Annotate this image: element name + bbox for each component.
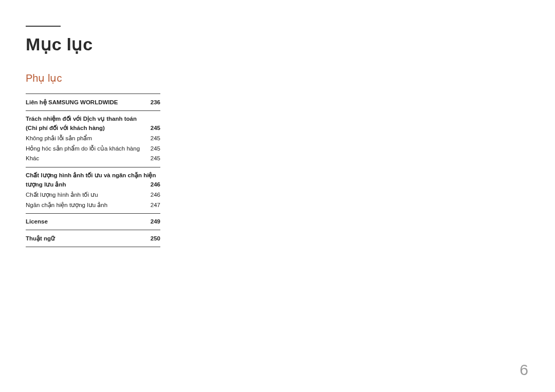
toc-page: 245 bbox=[147, 144, 160, 153]
toc-page: 245 bbox=[147, 134, 160, 143]
divider bbox=[26, 247, 160, 247]
toc-entry-liability-line2[interactable]: (Chi phí đối với khách hàng) 245 bbox=[26, 123, 160, 134]
toc-page: 246 bbox=[147, 180, 160, 189]
toc-page: 250 bbox=[147, 234, 160, 243]
toc-entry-glossary[interactable]: Thuật ngữ 250 bbox=[26, 233, 160, 244]
toc-page: 236 bbox=[147, 98, 160, 107]
toc-label: Khác bbox=[26, 154, 147, 163]
page-title: Mục lục bbox=[26, 34, 529, 54]
toc-label: (Chi phí đối với khách hàng) bbox=[26, 124, 147, 133]
toc-entry-picture-quality[interactable]: Chất lượng hình ảnh tối ưu 246 bbox=[26, 190, 160, 200]
toc-entry-not-product-fault[interactable]: Không phải lỗi sản phẩm 245 bbox=[26, 134, 160, 144]
toc-entry-license[interactable]: License 249 bbox=[26, 217, 160, 227]
toc-label: License bbox=[26, 217, 147, 226]
toc-page: 249 bbox=[147, 217, 160, 226]
toc-label: tượng lưu ảnh bbox=[26, 180, 147, 189]
page-number: 6 bbox=[520, 361, 528, 379]
divider bbox=[26, 110, 160, 111]
toc-page: 245 bbox=[147, 154, 160, 163]
toc-page: 246 bbox=[147, 191, 160, 199]
toc-label: Ngăn chặn hiện tượng lưu ảnh bbox=[26, 201, 147, 210]
toc-entry-other[interactable]: Khác 245 bbox=[26, 154, 160, 164]
toc-page: 245 bbox=[147, 124, 160, 133]
toc-label: Thuật ngữ bbox=[26, 234, 147, 243]
title-rule bbox=[26, 26, 61, 27]
divider bbox=[26, 94, 160, 94]
divider bbox=[26, 167, 160, 167]
toc-entry-customer-fault[interactable]: Hỏng hóc sản phẩm do lỗi của khách hàng … bbox=[26, 143, 160, 154]
section-title: Phụ lục bbox=[26, 72, 529, 84]
toc-label: Liên hệ SAMSUNG WORLDWIDE bbox=[26, 98, 147, 107]
toc-label: Hỏng hóc sản phẩm do lỗi của khách hàng bbox=[26, 144, 147, 153]
toc-label: Không phải lỗi sản phẩm bbox=[26, 134, 147, 143]
divider bbox=[26, 230, 160, 230]
toc-entry-liability-line1[interactable]: Trách nhiệm đối với Dịch vụ thanh toán bbox=[26, 114, 160, 123]
toc-entry-optimal-line1[interactable]: Chất lượng hình ảnh tối ưu và ngăn chặn … bbox=[26, 171, 160, 180]
toc-label: Chất lượng hình ảnh tối ưu bbox=[26, 191, 147, 199]
table-of-contents: Liên hệ SAMSUNG WORLDWIDE 236 Trách nhiệ… bbox=[26, 94, 160, 247]
divider bbox=[26, 213, 160, 214]
toc-entry-afterimage-prevention[interactable]: Ngăn chặn hiện tượng lưu ảnh 247 bbox=[26, 200, 160, 210]
toc-page: 247 bbox=[147, 201, 160, 210]
toc-entry-optimal-line2[interactable]: tượng lưu ảnh 246 bbox=[26, 180, 160, 190]
toc-entry-contact[interactable]: Liên hệ SAMSUNG WORLDWIDE 236 bbox=[26, 97, 160, 107]
